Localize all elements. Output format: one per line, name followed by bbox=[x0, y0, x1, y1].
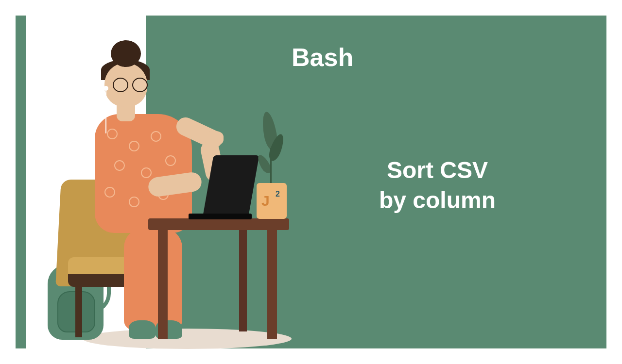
shoe-icon bbox=[129, 320, 156, 339]
floor-shadow bbox=[83, 329, 292, 349]
pattern-dot bbox=[104, 187, 115, 198]
pattern-dot bbox=[151, 131, 161, 142]
subtitle-line-1: Sort CSV bbox=[387, 157, 488, 183]
plant-stem bbox=[270, 148, 272, 184]
pot-logo bbox=[260, 191, 282, 212]
desk-leg bbox=[267, 230, 277, 339]
desk-top bbox=[148, 218, 289, 230]
person-hair-bun bbox=[111, 40, 141, 67]
pattern-dot bbox=[107, 129, 118, 139]
page-subtitle: Sort CSV by column bbox=[311, 155, 564, 216]
glasses-icon bbox=[113, 78, 148, 90]
pattern-dot bbox=[129, 197, 139, 207]
pattern-dot bbox=[141, 167, 152, 178]
chair-leg bbox=[75, 284, 82, 337]
person-hand bbox=[204, 131, 224, 146]
person-legs bbox=[124, 228, 182, 330]
accent-side-bar bbox=[16, 16, 26, 348]
desk-leg bbox=[158, 230, 168, 339]
subtitle-line-2: by column bbox=[379, 187, 496, 213]
pattern-dot bbox=[114, 160, 125, 171]
pattern-dot bbox=[165, 155, 176, 166]
laptop-base bbox=[189, 214, 252, 219]
pattern-dot bbox=[129, 141, 139, 151]
person-torso bbox=[95, 114, 192, 233]
earbud-wire bbox=[105, 90, 106, 133]
hero-illustration bbox=[53, 36, 306, 354]
desk-leg bbox=[239, 230, 247, 331]
